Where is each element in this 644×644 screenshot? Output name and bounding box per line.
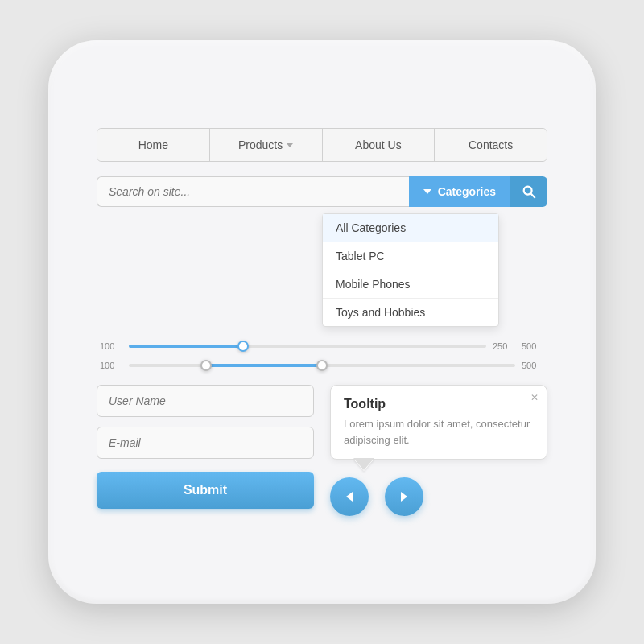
tooltip-box: ✕ Tooltip Lorem ipsum dolor sit amet, co… xyxy=(330,385,547,460)
search-input[interactable] xyxy=(97,176,409,207)
nav-bar: Home Products About Us Contacts xyxy=(97,128,547,162)
svg-marker-2 xyxy=(346,492,353,502)
username-input[interactable] xyxy=(97,385,314,417)
slider2-min-label: 100 xyxy=(100,361,122,370)
slider1-fill xyxy=(129,345,243,348)
svg-line-1 xyxy=(530,193,535,197)
slider1-thumb[interactable] xyxy=(237,341,249,352)
slider1-min-label: 100 xyxy=(100,341,122,351)
nav-label-about: About Us xyxy=(355,138,402,151)
slider2-max-label: 500 xyxy=(522,361,544,370)
media-controls xyxy=(330,477,423,516)
ui-container: Home Products About Us Contacts Categori… xyxy=(97,128,547,516)
prev-icon xyxy=(343,490,356,503)
tooltip-tail xyxy=(354,460,374,471)
nav-label-products: Products xyxy=(238,138,283,151)
tooltip-text: Lorem ipsum dolor sit amet, consectetur … xyxy=(344,416,534,448)
svg-marker-3 xyxy=(401,492,407,502)
search-icon xyxy=(522,184,536,199)
search-row: Categories xyxy=(97,176,547,207)
categories-button[interactable]: Categories xyxy=(409,176,510,207)
nav-label-contacts: Contacts xyxy=(469,138,513,151)
dropdown-label-mobile: Mobile Phones xyxy=(336,278,411,291)
slider1-max-label: 500 xyxy=(522,341,544,351)
slider1-mid-label: 250 xyxy=(493,341,515,351)
slider2-thumb2[interactable] xyxy=(316,360,328,371)
dropdown-item-mobile[interactable]: Mobile Phones xyxy=(323,270,498,299)
form-section: Submit xyxy=(97,385,314,509)
dropdown-item-toys[interactable]: Toys and Hobbies xyxy=(323,299,498,326)
tooltip-title: Tooltip xyxy=(344,397,534,411)
sliders-section: 100 250 500 100 500 xyxy=(97,341,547,370)
submit-button[interactable]: Submit xyxy=(97,472,314,509)
categories-arrow-icon xyxy=(423,189,431,194)
nav-item-home[interactable]: Home xyxy=(97,129,210,161)
submit-label: Submit xyxy=(184,483,227,497)
slider2-thumb1[interactable] xyxy=(200,360,212,371)
products-dropdown-icon xyxy=(287,143,293,147)
slider2-row: 100 500 xyxy=(100,361,544,370)
search-button[interactable] xyxy=(510,176,547,207)
categories-label: Categories xyxy=(438,185,496,198)
slider2-track[interactable] xyxy=(129,364,515,367)
nav-item-about[interactable]: About Us xyxy=(323,129,436,161)
slider2-fill xyxy=(206,364,322,367)
nav-item-contacts[interactable]: Contacts xyxy=(435,129,547,161)
slider1-row: 100 250 500 xyxy=(100,341,544,351)
dropdown-label-toys: Toys and Hobbies xyxy=(336,306,425,319)
dropdown-item-all[interactable]: All Categories xyxy=(323,214,498,242)
categories-dropdown: All Categories Tablet PC Mobile Phones T… xyxy=(322,213,499,327)
dropdown-label-tablet: Tablet PC xyxy=(336,250,385,262)
dropdown-label-all: All Categories xyxy=(336,221,406,234)
nav-label-home: Home xyxy=(138,138,168,151)
next-button[interactable] xyxy=(385,477,423,516)
lower-section: Submit ✕ Tooltip Lorem ipsum dolor sit a… xyxy=(97,385,547,516)
prev-button[interactable] xyxy=(330,477,369,516)
next-icon xyxy=(398,490,411,503)
pillow-container: Home Products About Us Contacts Categori… xyxy=(48,40,596,604)
dropdown-item-tablet[interactable]: Tablet PC xyxy=(323,242,498,270)
tooltip-section: ✕ Tooltip Lorem ipsum dolor sit amet, co… xyxy=(330,385,547,516)
slider1-track[interactable] xyxy=(129,345,486,348)
nav-item-products[interactable]: Products xyxy=(210,129,323,161)
tooltip-close-button[interactable]: ✕ xyxy=(530,392,539,403)
email-input[interactable] xyxy=(97,427,314,459)
